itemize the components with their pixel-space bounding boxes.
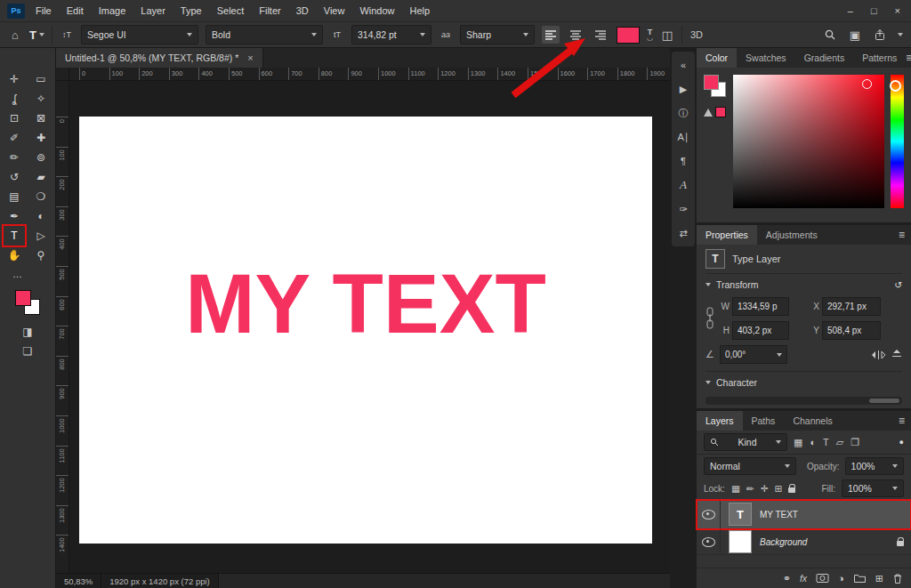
eraser-tool[interactable]: ▰ bbox=[30, 167, 52, 187]
reset-transform-icon[interactable]: ↺ bbox=[894, 279, 902, 290]
actions-panel-icon[interactable]: ▶ bbox=[672, 79, 695, 99]
gamut-swatch[interactable] bbox=[715, 107, 726, 117]
filter-adjustment-layers-icon[interactable]: ◐ bbox=[810, 437, 816, 448]
canvas-text[interactable]: MY TEXT bbox=[79, 262, 652, 346]
workspace-icon[interactable]: ▣ bbox=[848, 28, 862, 42]
width-field[interactable]: 1334,59 p bbox=[732, 297, 789, 316]
filter-smart-objects-icon[interactable]: ❐ bbox=[851, 437, 859, 448]
visibility-cell[interactable] bbox=[697, 529, 721, 554]
layer-mask-icon[interactable] bbox=[816, 573, 829, 584]
lock-transparency-icon[interactable]: ▦ bbox=[731, 483, 740, 494]
healing-brush-tool[interactable]: ✚ bbox=[30, 128, 52, 148]
foreground-color-swatch[interactable] bbox=[704, 75, 719, 90]
new-group-icon[interactable] bbox=[853, 573, 867, 584]
visibility-cell[interactable] bbox=[697, 500, 721, 528]
menu-image[interactable]: Image bbox=[99, 5, 126, 16]
more-tools-icon[interactable]: … bbox=[0, 269, 22, 279]
font-style-select[interactable]: Bold bbox=[206, 25, 323, 44]
clone-stamp-tool[interactable]: ⊚ bbox=[30, 148, 52, 167]
color-picker-marker[interactable] bbox=[862, 79, 872, 89]
zoom-tool[interactable]: ⚲ bbox=[30, 246, 52, 265]
layer-name[interactable]: MY TEXT bbox=[760, 510, 798, 520]
tab-layers[interactable]: Layers bbox=[697, 411, 743, 431]
zoom-level[interactable]: 50,83% bbox=[56, 574, 101, 588]
crop-tool[interactable]: ⊡ bbox=[4, 109, 25, 128]
align-left-icon[interactable] bbox=[542, 26, 560, 44]
canvas-viewport[interactable]: MY TEXT bbox=[69, 81, 670, 573]
menu-help[interactable]: Help bbox=[410, 5, 431, 16]
transform-section-header[interactable]: Transform ↺ bbox=[705, 274, 902, 295]
character-panel-icon[interactable]: A∣ bbox=[672, 127, 695, 147]
3d-button[interactable]: 3D bbox=[689, 29, 704, 40]
tab-patterns[interactable]: Patterns bbox=[853, 48, 906, 68]
delete-layer-icon[interactable] bbox=[892, 573, 903, 584]
tab-channels[interactable]: Channels bbox=[784, 411, 841, 431]
tab-color[interactable]: Color bbox=[697, 48, 737, 68]
foreground-color-swatch[interactable] bbox=[15, 290, 31, 306]
tab-paths[interactable]: Paths bbox=[743, 411, 785, 431]
character-section-header[interactable]: Character bbox=[705, 372, 902, 393]
filter-kind-select[interactable]: Kind bbox=[704, 433, 787, 451]
blur-tool[interactable]: ❍ bbox=[30, 187, 52, 206]
text-color-swatch[interactable] bbox=[617, 27, 640, 44]
new-layer-icon[interactable]: ⊞ bbox=[875, 573, 883, 584]
flip-horizontal-icon[interactable] bbox=[871, 350, 886, 360]
maximize-button[interactable]: □ bbox=[871, 0, 877, 21]
collapse-panels-icon[interactable]: « bbox=[672, 55, 695, 75]
gradient-tool[interactable]: ▤ bbox=[4, 187, 25, 206]
y-field[interactable]: 508,4 px bbox=[822, 321, 881, 340]
path-selection-tool[interactable]: ▷ bbox=[30, 226, 52, 246]
tool-presets-panel-icon[interactable]: ⇄ bbox=[672, 223, 695, 243]
anti-alias-select[interactable]: Sharp bbox=[460, 25, 535, 44]
panel-menu-icon[interactable]: ≡ bbox=[899, 415, 905, 427]
font-family-select[interactable]: Segoe UI bbox=[81, 25, 198, 44]
paragraph-panel-icon[interactable]: ¶ bbox=[672, 151, 695, 171]
hue-slider-marker[interactable] bbox=[890, 80, 901, 92]
lasso-tool[interactable]: ʆ bbox=[4, 89, 25, 109]
height-field[interactable]: 403,2 px bbox=[732, 321, 789, 340]
tab-swatches[interactable]: Swatches bbox=[737, 48, 795, 68]
chevron-down-icon[interactable] bbox=[898, 33, 903, 36]
eye-icon[interactable] bbox=[702, 537, 715, 547]
align-center-icon[interactable] bbox=[567, 26, 584, 44]
opacity-select[interactable]: 100% bbox=[845, 457, 904, 475]
lock-artboard-icon[interactable]: ⊞ bbox=[774, 483, 782, 494]
rotation-field[interactable]: 0,00° bbox=[720, 345, 787, 364]
frame-tool[interactable]: ⊠ bbox=[30, 109, 52, 128]
quick-mask-icon[interactable]: ◨ bbox=[22, 326, 32, 338]
menu-select[interactable]: Select bbox=[217, 5, 245, 16]
fill-select[interactable]: 100% bbox=[842, 479, 904, 497]
search-icon[interactable] bbox=[823, 28, 837, 41]
brushes-panel-icon[interactable]: ✑ bbox=[672, 199, 695, 219]
lock-all-icon[interactable] bbox=[788, 487, 795, 493]
filter-shape-layers-icon[interactable]: ▱ bbox=[836, 437, 843, 448]
menu-file[interactable]: File bbox=[36, 5, 52, 16]
filter-toggle-icon[interactable]: ● bbox=[899, 438, 904, 447]
menu-window[interactable]: Window bbox=[359, 5, 394, 16]
document-canvas[interactable]: MY TEXT bbox=[79, 117, 652, 544]
move-tool[interactable]: ✛ bbox=[4, 69, 25, 89]
share-icon[interactable] bbox=[873, 28, 887, 41]
saturation-brightness-field[interactable] bbox=[733, 75, 884, 208]
align-right-icon[interactable] bbox=[592, 26, 609, 44]
history-brush-tool[interactable]: ↺ bbox=[4, 167, 25, 187]
layer-name[interactable]: Background bbox=[760, 537, 807, 547]
eye-icon[interactable] bbox=[702, 510, 715, 520]
warp-text-icon[interactable]: T ◡ bbox=[647, 29, 653, 41]
text-orientation-icon[interactable]: ↕T bbox=[60, 30, 74, 39]
layer-row-my-text[interactable]: T MY TEXT bbox=[697, 500, 911, 529]
flip-vertical-icon[interactable] bbox=[891, 349, 902, 360]
marquee-tool[interactable]: ▭ bbox=[30, 69, 52, 89]
panel-menu-icon[interactable]: ≡ bbox=[899, 229, 905, 241]
pen-tool[interactable]: ✒ bbox=[4, 206, 25, 226]
tab-adjustments[interactable]: Adjustments bbox=[757, 225, 826, 245]
layer-style-icon[interactable]: fx bbox=[800, 573, 807, 584]
background-layer-thumbnail[interactable] bbox=[729, 530, 752, 553]
hue-slider[interactable] bbox=[891, 75, 904, 208]
link-layers-icon[interactable]: ⚭ bbox=[783, 573, 791, 584]
lock-position-icon[interactable]: ✛ bbox=[761, 483, 769, 494]
brush-tool[interactable]: ✏ bbox=[4, 148, 25, 167]
font-size-select[interactable]: 314,82 pt bbox=[351, 25, 431, 44]
document-tab[interactable]: Untitled-1 @ 50,8% (MY TEXT, RGB/8#) * × bbox=[56, 48, 263, 68]
screen-mode-icon[interactable]: ❏ bbox=[23, 345, 33, 358]
